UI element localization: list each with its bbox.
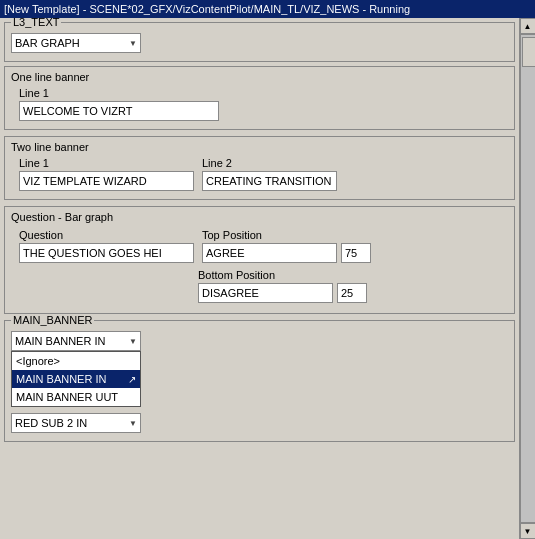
main-banner-second-dropdown[interactable]: RED SUB 2 IN ▼	[11, 413, 141, 433]
l3-text-dropdown-arrow: ▼	[129, 39, 137, 48]
main-banner-option-ignore[interactable]: <Ignore>	[12, 352, 140, 370]
two-line-line1-input[interactable]	[19, 171, 194, 191]
two-line-section: Two line banner Line 1 Line 2	[4, 136, 515, 200]
main-banner-option-uut-label: MAIN BANNER UUT	[16, 391, 118, 403]
main-banner-option-in-label: MAIN BANNER IN	[16, 373, 106, 385]
main-banner-option-in[interactable]: MAIN BANNER IN ↗	[12, 370, 140, 388]
scroll-up-button[interactable]: ▲	[520, 18, 536, 34]
main-banner-dropdown-container: MAIN BANNER IN ▼ <Ignore> MAIN BANNER IN…	[11, 331, 141, 351]
second-dropdown-row: RED SUB 2 IN ▼	[11, 413, 508, 433]
main-banner-section: MAIN_BANNER MAIN BANNER IN ▼ <Ignore> MA	[4, 320, 515, 442]
one-line-section: One line banner Line 1	[4, 66, 515, 130]
one-line-label: One line banner	[11, 71, 508, 83]
scroll-track[interactable]	[520, 34, 536, 523]
one-line-line1-input[interactable]	[19, 101, 219, 121]
scroll-down-button[interactable]: ▼	[520, 523, 536, 539]
content-area: L3_TEXT BAR GRAPH ▼ One line banner Line…	[0, 18, 519, 539]
scroll-up-icon: ▲	[524, 22, 532, 31]
main-banner-second-dropdown-value: RED SUB 2 IN	[15, 417, 87, 429]
main-banner-option-uut[interactable]: MAIN BANNER UUT	[12, 388, 140, 406]
question-title: Question - Bar graph	[11, 211, 113, 223]
title-text: [New Template] - SCENE*02_GFX/VizContent…	[4, 3, 410, 15]
question-input[interactable]	[19, 243, 194, 263]
two-line-line1-label: Line 1	[19, 157, 194, 169]
one-line-line1-label: Line 1	[19, 87, 508, 99]
l3-text-dropdown-value: BAR GRAPH	[15, 37, 80, 49]
bottom-position-input[interactable]	[198, 283, 333, 303]
two-line-line2-label: Line 2	[202, 157, 337, 169]
two-line-title: Two line banner	[11, 141, 89, 153]
bottom-position-number[interactable]	[337, 283, 367, 303]
top-position-input[interactable]	[202, 243, 337, 263]
top-position-number[interactable]	[341, 243, 371, 263]
main-banner-second-dropdown-arrow: ▼	[129, 419, 137, 428]
scroll-down-icon: ▼	[524, 527, 532, 536]
cursor-icon: ↗	[128, 374, 136, 385]
main-banner-legend: MAIN_BANNER	[11, 314, 94, 326]
bottom-position-label: Bottom Position	[198, 269, 367, 281]
main-banner-dropdown-arrow: ▼	[129, 337, 137, 346]
two-line-label: Two line banner	[11, 141, 508, 153]
l3-text-legend: L3_TEXT	[11, 18, 61, 28]
two-line-line2-input[interactable]	[202, 171, 337, 191]
title-bar: [New Template] - SCENE*02_GFX/VizContent…	[0, 0, 535, 18]
one-line-title: One line banner	[11, 71, 89, 83]
question-section: Question - Bar graph Question Top Positi…	[4, 206, 515, 314]
main-banner-dropdown[interactable]: MAIN BANNER IN ▼	[11, 331, 141, 351]
main-banner-dropdown-list: <Ignore> MAIN BANNER IN ↗ MAIN BANNER UU…	[11, 351, 141, 407]
l3-text-section: L3_TEXT BAR GRAPH ▼	[4, 22, 515, 62]
scroll-thumb[interactable]	[522, 37, 536, 67]
l3-text-dropdown[interactable]: BAR GRAPH ▼	[11, 33, 141, 53]
main-banner-dropdown-value: MAIN BANNER IN	[15, 335, 105, 347]
question-field-label: Question	[19, 229, 194, 241]
question-label: Question - Bar graph	[11, 211, 508, 223]
main-banner-option-ignore-label: <Ignore>	[16, 355, 60, 367]
top-position-label: Top Position	[202, 229, 371, 241]
scrollbar[interactable]: ▲ ▼	[519, 18, 535, 539]
